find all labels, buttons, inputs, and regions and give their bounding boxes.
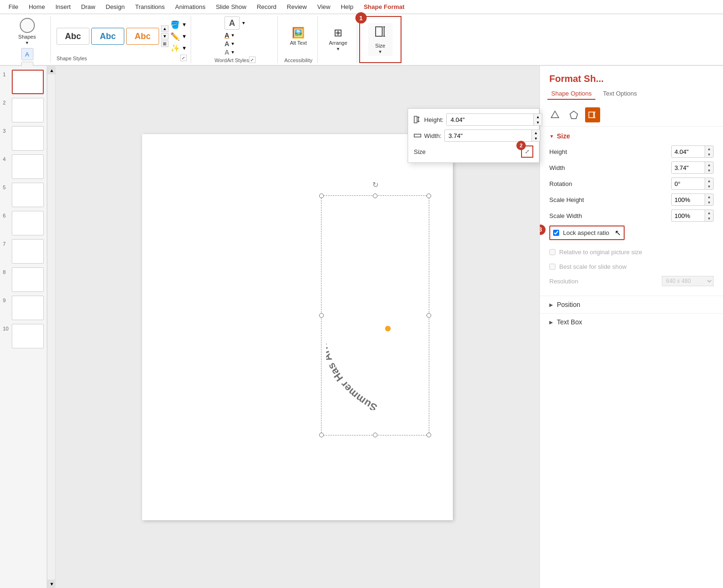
slide-thumb-4[interactable] bbox=[12, 154, 44, 179]
style-scroll-up[interactable]: ▲ bbox=[161, 25, 169, 32]
slide-thumb-3[interactable] bbox=[12, 126, 44, 151]
text-effects-btn[interactable]: A ▼ bbox=[225, 48, 246, 56]
handle-top-mid[interactable] bbox=[373, 193, 378, 198]
menu-shape-format[interactable]: Shape Format bbox=[359, 1, 410, 12]
width-input-wrap[interactable]: ▲ ▼ bbox=[444, 129, 540, 142]
menu-file[interactable]: File bbox=[4, 1, 23, 12]
slide-thumb-9[interactable] bbox=[12, 296, 44, 320]
rotation-input[interactable] bbox=[672, 179, 705, 189]
slide-6[interactable]: 6 bbox=[3, 211, 44, 235]
size-position-icon-btn[interactable] bbox=[585, 107, 600, 122]
menu-view[interactable]: View bbox=[313, 1, 335, 12]
scale-width-spin-up[interactable]: ▲ bbox=[705, 210, 713, 216]
height-input[interactable] bbox=[447, 114, 533, 125]
scale-height-input[interactable] bbox=[672, 195, 705, 205]
slide-thumb-6[interactable] bbox=[12, 211, 44, 235]
best-scale-row[interactable]: Best scale for slide show bbox=[549, 261, 714, 272]
shapes-button[interactable]: Shapes ▼ bbox=[15, 16, 40, 47]
scale-height-spin-down[interactable]: ▼ bbox=[705, 200, 713, 205]
shape-outline-btn[interactable]: ✏️ ▼ bbox=[170, 32, 187, 41]
rotate-handle[interactable]: ↻ bbox=[372, 182, 378, 188]
slide-thumb-2[interactable] bbox=[12, 98, 44, 122]
height-spin-down[interactable]: ▼ bbox=[534, 120, 542, 125]
slide-thumb-5[interactable] bbox=[12, 183, 44, 207]
slide-10[interactable]: 10 bbox=[3, 324, 44, 348]
handle-top-left[interactable] bbox=[319, 193, 324, 198]
height-field-wrap[interactable]: ▲ ▼ bbox=[671, 145, 714, 158]
height-input-wrap[interactable]: ▲ ▼ bbox=[446, 113, 542, 126]
resolution-select[interactable]: 640 x 480 800 x 600 1024 x 768 bbox=[662, 276, 714, 286]
scale-height-spin-up[interactable]: ▲ bbox=[705, 194, 713, 200]
menu-help[interactable]: Help bbox=[336, 1, 358, 12]
height-spin-down[interactable]: ▼ bbox=[705, 152, 713, 157]
relative-picture-checkbox[interactable] bbox=[549, 249, 555, 255]
shape-selection[interactable]: ↻ Summer Has Arriv bbox=[321, 195, 429, 435]
rotation-spin-down[interactable]: ▼ bbox=[705, 184, 713, 189]
menu-slideshow[interactable]: Slide Show bbox=[211, 1, 251, 12]
slide-9[interactable]: 9 bbox=[3, 296, 44, 320]
size-btn[interactable]: Size ▼ bbox=[368, 23, 393, 56]
rotation-spin-up[interactable]: ▲ bbox=[705, 178, 713, 184]
slide-thumb-1[interactable] bbox=[12, 70, 44, 94]
style-box-blue[interactable]: Abc bbox=[91, 28, 124, 45]
width-input[interactable] bbox=[445, 130, 531, 141]
slide-canvas[interactable]: ↻ Summer Has Arriv bbox=[142, 134, 453, 520]
slide-7[interactable]: 7 bbox=[3, 239, 44, 264]
wordart-expand[interactable]: ⤢ bbox=[249, 56, 256, 63]
slide-1[interactable]: 1 bbox=[3, 70, 44, 94]
width-spin-up[interactable]: ▲ bbox=[705, 162, 713, 168]
handle-bottom-left[interactable] bbox=[319, 433, 324, 437]
shape-fill-btn[interactable]: 🪣 ▼ bbox=[170, 20, 187, 29]
style-scroll-more[interactable]: ⊞ bbox=[161, 40, 169, 47]
tab-text-options[interactable]: Text Options bbox=[599, 88, 641, 100]
tab-shape-options[interactable]: Shape Options bbox=[547, 88, 595, 100]
shape-effects-btn[interactable]: ✨ ▼ bbox=[170, 44, 187, 53]
width-spin-up[interactable]: ▲ bbox=[532, 130, 540, 136]
text-fill-btn[interactable]: A ▼ bbox=[225, 32, 246, 39]
handle-top-right[interactable] bbox=[426, 193, 431, 198]
textbox-collapsible[interactable]: ▶ Text Box bbox=[540, 313, 723, 330]
scale-height-wrap[interactable]: ▲ ▼ bbox=[671, 193, 714, 206]
menu-review[interactable]: Review bbox=[282, 1, 312, 12]
rotation-wrap[interactable]: ▲ ▼ bbox=[671, 177, 714, 190]
yellow-adjust-handle[interactable] bbox=[385, 326, 391, 331]
slide-thumb-10[interactable] bbox=[12, 324, 44, 348]
menu-animations[interactable]: Animations bbox=[170, 1, 210, 12]
scale-width-wrap[interactable]: ▲ ▼ bbox=[671, 209, 714, 222]
slide-2[interactable]: 2 bbox=[3, 98, 44, 122]
style-box-default[interactable]: Abc bbox=[56, 28, 89, 45]
slide-8[interactable]: 8 bbox=[3, 267, 44, 292]
scale-width-spin-down[interactable]: ▼ bbox=[705, 216, 713, 221]
menu-design[interactable]: Design bbox=[101, 1, 129, 12]
position-collapsible[interactable]: ▶ Position bbox=[540, 296, 723, 313]
style-box-orange[interactable]: Abc bbox=[126, 28, 159, 45]
width-spin-down[interactable]: ▼ bbox=[532, 136, 540, 141]
alt-text-btn[interactable]: 🖼️ Alt Text bbox=[286, 25, 311, 48]
scroll-up-btn[interactable]: ▲ bbox=[48, 66, 56, 74]
menu-insert[interactable]: Insert bbox=[51, 1, 76, 12]
height-spin-up[interactable]: ▲ bbox=[534, 114, 542, 120]
text-outline-btn[interactable]: A ▼ bbox=[225, 40, 246, 48]
scale-width-input[interactable] bbox=[672, 211, 705, 221]
quick-styles-btn[interactable]: A bbox=[225, 16, 240, 30]
handle-bottom-mid[interactable] bbox=[373, 433, 378, 437]
slide-panel-scrollbar[interactable]: ▲ ▼ bbox=[47, 66, 56, 588]
slide-5[interactable]: 5 bbox=[3, 183, 44, 207]
scroll-track[interactable] bbox=[48, 74, 55, 580]
width-spin-down[interactable]: ▼ bbox=[705, 168, 713, 173]
best-scale-checkbox[interactable] bbox=[549, 264, 555, 270]
slide-4[interactable]: 4 bbox=[3, 154, 44, 179]
handle-mid-left[interactable] bbox=[319, 313, 324, 318]
scroll-down-btn[interactable]: ▼ bbox=[48, 580, 56, 588]
lock-aspect-checkbox[interactable] bbox=[553, 230, 559, 236]
shape-styles-expand[interactable]: ⤢ bbox=[180, 55, 187, 61]
menu-home[interactable]: Home bbox=[24, 1, 50, 12]
arrange-btn[interactable]: ⊞ Arrange ▼ bbox=[325, 25, 351, 53]
menu-transitions[interactable]: Transitions bbox=[130, 1, 169, 12]
lock-aspect-row[interactable]: Lock aspect ratio ↖ bbox=[549, 226, 625, 240]
menu-record[interactable]: Record bbox=[252, 1, 281, 12]
handle-bottom-right[interactable] bbox=[426, 433, 431, 437]
height-spin-up[interactable]: ▲ bbox=[705, 146, 713, 152]
text-box-icon[interactable]: A bbox=[21, 48, 33, 60]
slide-thumb-7[interactable] bbox=[12, 239, 44, 264]
